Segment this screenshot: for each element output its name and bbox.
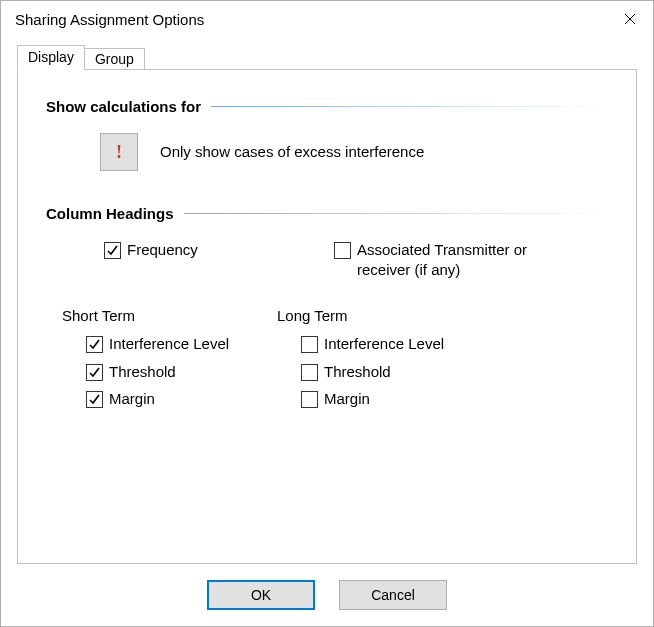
tab-panel-display: Show calculations for ! Only show cases … [17, 69, 637, 564]
short-term-heading: Short Term [62, 307, 277, 324]
close-button[interactable] [607, 3, 653, 35]
checkbox-row-st-threshold: Threshold [86, 362, 277, 382]
tabstrip: Display Group [17, 43, 653, 69]
checkbox-st-interference-label: Interference Level [109, 334, 229, 354]
checkbox-row-lt-threshold: Threshold [301, 362, 492, 382]
titlebar: Sharing Assignment Options [1, 1, 653, 37]
checkbox-frequency-label: Frequency [127, 240, 198, 260]
column-headings-area: Frequency Associated Transmitter or rece… [104, 240, 608, 417]
checkbox-lt-interference[interactable] [301, 336, 318, 353]
term-columns: Short Term Interference Level Threshold [62, 307, 608, 417]
checkbox-associated-label: Associated Transmitter or receiver (if a… [357, 240, 557, 279]
checkbox-st-threshold-label: Threshold [109, 362, 176, 382]
checkbox-row-st-margin: Margin [86, 389, 277, 409]
group-show-calculations: Show calculations for [46, 98, 608, 115]
checkbox-lt-margin-label: Margin [324, 389, 370, 409]
window-title: Sharing Assignment Options [15, 11, 607, 28]
checkbox-row-st-interference: Interference Level [86, 334, 277, 354]
checkbox-lt-threshold[interactable] [301, 364, 318, 381]
checkbox-st-threshold[interactable] [86, 364, 103, 381]
ok-button[interactable]: OK [207, 580, 315, 610]
checkbox-associated[interactable] [334, 242, 351, 259]
checkbox-lt-threshold-label: Threshold [324, 362, 391, 382]
checkbox-row-lt-interference: Interference Level [301, 334, 492, 354]
excess-interference-label: Only show cases of excess interference [160, 142, 424, 162]
dialog-footer: OK Cancel [1, 564, 653, 626]
dialog-window: Sharing Assignment Options Display Group… [0, 0, 654, 627]
group-heading-label: Show calculations for [46, 98, 201, 115]
excess-interference-row: ! Only show cases of excess interference [100, 133, 608, 171]
checkbox-lt-interference-label: Interference Level [324, 334, 444, 354]
cancel-button[interactable]: Cancel [339, 580, 447, 610]
long-term-heading: Long Term [277, 307, 492, 324]
checkbox-row-associated: Associated Transmitter or receiver (if a… [334, 240, 608, 279]
checkbox-lt-margin[interactable] [301, 391, 318, 408]
group-heading-label: Column Headings [46, 205, 174, 222]
short-term-column: Short Term Interference Level Threshold [62, 307, 277, 417]
tab-group[interactable]: Group [84, 48, 145, 70]
group-column-headings: Column Headings [46, 205, 608, 222]
checkbox-st-interference[interactable] [86, 336, 103, 353]
exclamation-icon: ! [116, 142, 122, 163]
column-headings-top-row: Frequency Associated Transmitter or rece… [104, 240, 608, 285]
long-term-column: Long Term Interference Level Threshold [277, 307, 492, 417]
checkbox-row-frequency: Frequency [104, 240, 334, 260]
group-heading-rule [184, 213, 608, 214]
checkbox-st-margin[interactable] [86, 391, 103, 408]
close-icon [624, 13, 636, 25]
checkbox-st-margin-label: Margin [109, 389, 155, 409]
excess-interference-toggle[interactable]: ! [100, 133, 138, 171]
checkbox-row-lt-margin: Margin [301, 389, 492, 409]
tab-display[interactable]: Display [17, 45, 85, 70]
group-heading-rule [211, 106, 608, 107]
checkbox-frequency[interactable] [104, 242, 121, 259]
